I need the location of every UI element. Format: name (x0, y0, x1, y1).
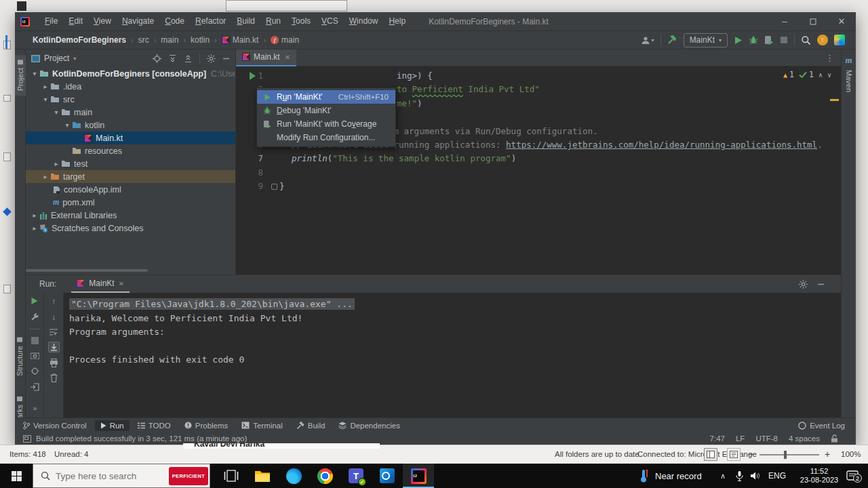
tool-button-version-control[interactable]: Version Control (18, 420, 92, 431)
trash-icon[interactable] (50, 373, 58, 382)
edge-button[interactable] (278, 464, 309, 488)
inspection-widget[interactable]: ▲1 1 ∧ ∨ (783, 70, 831, 79)
gear-icon[interactable] (799, 280, 808, 289)
file-encoding[interactable]: UTF-8 (755, 434, 778, 443)
reading-view-button[interactable] (727, 448, 741, 461)
chevron-right-icon[interactable]: ▸ (30, 211, 39, 219)
menu-vcs[interactable]: VCS (316, 12, 344, 30)
more-icon[interactable]: » (33, 405, 37, 412)
normal-view-button[interactable] (704, 448, 717, 461)
gear-icon[interactable] (207, 54, 216, 63)
maximize-icon[interactable] (799, 12, 827, 30)
menu-help[interactable]: Help (383, 12, 411, 30)
breadcrumb-main[interactable]: main (161, 35, 178, 45)
chevron-right-icon[interactable]: ▸ (30, 224, 39, 232)
up-stack-icon[interactable]: ↑ (52, 297, 56, 306)
run-button[interactable] (734, 36, 743, 45)
down-stack-icon[interactable]: ↓ (52, 312, 56, 322)
code-editor[interactable]: 12 34 56 78 9 ing>) { to Perficient Indi… (236, 66, 841, 274)
menu-run[interactable]: Run (260, 12, 286, 30)
exit-icon[interactable] (31, 383, 39, 391)
tree-item-pom-xml[interactable]: m pom.xml (26, 196, 235, 209)
zoom-out-button[interactable]: − (748, 449, 753, 460)
run-configuration-select[interactable]: MainKt ▾ (684, 33, 728, 47)
zoom-slider-thumb[interactable] (784, 451, 787, 459)
run-console-output[interactable]: "C:\Program Files\Java\jdk1.8.0_202\bin\… (64, 293, 841, 418)
menu-code[interactable]: Code (159, 12, 190, 30)
tree-item-resources[interactable]: resources (26, 144, 235, 157)
tree-item-src[interactable]: ▾ src (26, 93, 235, 106)
tool-button-build[interactable]: Build (291, 420, 331, 431)
indent-style[interactable]: 4 spaces (789, 434, 820, 443)
weather-widget[interactable]: Near record (639, 464, 702, 488)
stop-icon[interactable] (31, 337, 39, 344)
breadcrumb-kotlin[interactable]: kotlin (191, 35, 210, 45)
maven-icon[interactable]: m (842, 55, 856, 66)
tree-item-external-libraries[interactable]: ▸ External Libraries (26, 209, 235, 222)
tree-item-project-root[interactable]: ▾ KotlinDemoForBeginers [consoleApp] C:\… (26, 67, 235, 80)
tool-button-run[interactable]: Run (95, 420, 130, 431)
help-link[interactable]: https://www.jetbrains.com/help/idea/runn… (506, 140, 817, 150)
run-tab-mainkt[interactable]: MainKt ✕ (71, 275, 130, 293)
menu-item-modify-run-config[interactable]: Modify Run Configuration... (257, 131, 395, 144)
tool-window-button-structure[interactable]: Structure (16, 338, 24, 376)
run-coverage-button[interactable] (764, 35, 774, 45)
caret-position[interactable]: 7:47 (710, 434, 725, 443)
tool-button-todo[interactable]: TODO (132, 420, 176, 431)
microphone-icon[interactable] (735, 464, 744, 488)
zoom-slider-track[interactable] (760, 454, 819, 455)
chevron-down-icon[interactable]: ▾ (41, 96, 50, 103)
status-message[interactable]: Build completed successfully in 3 sec, 1… (23, 434, 247, 443)
tree-item-scratches[interactable]: ▸ Scratches and Consoles (26, 222, 235, 235)
hide-panel-icon[interactable] (817, 281, 825, 288)
teams-button[interactable]: T✓ (340, 464, 372, 488)
line-separator[interactable]: LF (736, 434, 745, 443)
clock[interactable]: 11:5223-08-2023 (793, 464, 845, 488)
ide-gradient-icon[interactable] (834, 35, 845, 45)
user-dropdown-icon[interactable]: ▾ (641, 36, 654, 45)
update-icon[interactable]: ↑ (817, 35, 828, 45)
menu-build[interactable]: Build (231, 12, 260, 30)
event-log-button[interactable]: Event Log (798, 422, 856, 430)
tree-item-consoleapp-iml[interactable]: consoleApp.iml (26, 183, 235, 196)
menu-item-run[interactable]: Run 'MainKt' Ctrl+Shift+F10 (257, 90, 395, 104)
zoom-level[interactable]: 100% (841, 450, 861, 458)
build-hammer-icon[interactable] (667, 35, 677, 45)
chrome-button[interactable] (309, 464, 340, 488)
tool-window-button-project[interactable]: Project (15, 55, 26, 96)
collapse-all-icon[interactable] (184, 54, 193, 63)
menu-edit[interactable]: Edit (63, 12, 88, 30)
scroll-to-end-icon[interactable] (48, 342, 60, 352)
tree-item-main[interactable]: ▾ main (26, 106, 235, 119)
notification-center[interactable]: 2 (846, 464, 859, 488)
search-everywhere-icon[interactable] (801, 35, 811, 45)
warning-stripe-mark[interactable] (830, 99, 839, 101)
tree-item-main-kt[interactable]: Main.kt (26, 131, 235, 144)
menu-item-debug[interactable]: Debug 'MainKt' (257, 104, 395, 117)
horizontal-scrollbar[interactable] (26, 269, 148, 272)
menu-tools[interactable]: Tools (286, 12, 316, 30)
menu-file[interactable]: File (39, 12, 63, 30)
breadcrumb-src[interactable]: src (138, 35, 149, 45)
screenshot-icon[interactable] (31, 352, 39, 359)
tab-options-icon[interactable]: ⋮ (825, 53, 841, 63)
tree-item-target[interactable]: ▸ target (26, 170, 235, 183)
project-view-select[interactable]: Project (44, 54, 69, 63)
start-button[interactable] (0, 464, 33, 488)
zoom-in-button[interactable]: + (825, 449, 830, 460)
profiler-icon[interactable] (31, 367, 39, 375)
chevron-right-icon[interactable]: ▸ (41, 83, 50, 90)
file-explorer-button[interactable] (247, 464, 278, 488)
tool-button-terminal[interactable]: Terminal (236, 420, 288, 431)
wrench-icon[interactable] (31, 312, 39, 321)
unlock-icon[interactable] (831, 434, 838, 443)
rerun-icon[interactable] (31, 297, 39, 305)
chevron-right-icon[interactable]: ▸ (41, 173, 50, 180)
stop-button[interactable] (780, 36, 788, 44)
taskbar-search[interactable]: Perficient (33, 464, 210, 488)
tool-window-button-maven[interactable]: Maven (845, 70, 853, 92)
intellij-button[interactable]: IJ (403, 464, 434, 488)
tool-button-problems[interactable]: Problems (179, 420, 234, 431)
soft-wrap-icon[interactable] (49, 328, 58, 336)
close-tab-icon[interactable]: ✕ (285, 54, 290, 61)
